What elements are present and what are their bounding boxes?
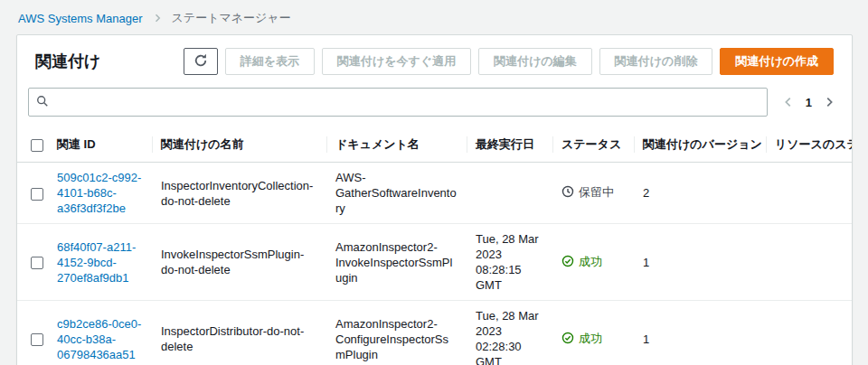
refresh-button[interactable] bbox=[184, 48, 218, 75]
edit-association-button[interactable]: 関連付けの編集 bbox=[478, 48, 592, 75]
search-icon bbox=[36, 95, 49, 110]
next-page-button[interactable] bbox=[821, 94, 837, 110]
document-name: AmazonInspector2-InvokeInspectorSsmPlugi… bbox=[326, 224, 467, 301]
status-badge: 成功 bbox=[561, 254, 602, 271]
create-association-button[interactable]: 関連付けの作成 bbox=[720, 48, 834, 75]
column-header-association-id: 関連 ID bbox=[48, 127, 152, 163]
search-box bbox=[28, 88, 768, 117]
last-execution-date: Tue, 28 Mar 2023 02:28:30 GMT bbox=[467, 301, 552, 365]
select-all-checkbox[interactable] bbox=[31, 139, 43, 152]
view-details-button[interactable]: 詳細を表示 bbox=[225, 48, 315, 75]
table-row: c9b2ce86-0ce0-40cc-b38a-06798436aa51 Ins… bbox=[17, 301, 852, 365]
association-name: InspectorInventoryCollection-do-not-dele… bbox=[152, 163, 326, 224]
association-id-link[interactable]: 68f40f07-a211-4152-9bcd-270ef8af9db1 bbox=[57, 240, 136, 285]
association-id-link[interactable]: 509c01c2-c992-4101-b68c-a36f3df3f2be bbox=[57, 171, 141, 215]
refresh-icon bbox=[193, 53, 208, 70]
breadcrumb-link-systems-manager[interactable]: AWS Systems Manager bbox=[18, 12, 143, 25]
last-execution-date: Tue, 28 Mar 2023 08:28:15 GMT bbox=[467, 224, 552, 301]
status-label: 成功 bbox=[579, 254, 602, 269]
associations-panel: 関連付け 詳細を表示 関連付けを今すぐ適用 関連付けの編集 関連付けの削除 関連… bbox=[16, 34, 853, 365]
pagination: 1 bbox=[780, 94, 839, 110]
row-checkbox[interactable] bbox=[31, 188, 43, 201]
column-header-resource-status: リソースのステータス bbox=[766, 127, 852, 163]
row-checkbox[interactable] bbox=[31, 333, 43, 346]
status-badge: 成功 bbox=[561, 331, 602, 348]
previous-page-button[interactable] bbox=[780, 94, 797, 110]
page-title: 関連付け bbox=[35, 51, 100, 72]
filter-row: 1 bbox=[17, 84, 852, 127]
table-row: 68f40f07-a211-4152-9bcd-270ef8af9db1 Inv… bbox=[17, 224, 852, 301]
association-id-link[interactable]: c9b2ce86-0ce0-40cc-b38a-06798436aa51 bbox=[57, 317, 141, 361]
column-header-status: ステータス bbox=[552, 127, 634, 163]
breadcrumb-current-page: ステートマネージャー bbox=[172, 10, 291, 26]
table-header-row: 関連 ID 関連付けの名前 ドキュメント名 最終実行日 ステータス 関連付けのバ… bbox=[17, 127, 852, 163]
row-checkbox[interactable] bbox=[31, 257, 43, 269]
resource-status bbox=[766, 224, 852, 301]
column-header-document-name: ドキュメント名 bbox=[326, 127, 467, 163]
breadcrumb: AWS Systems Manager ステートマネージャー bbox=[0, 0, 868, 34]
association-version: 1 bbox=[634, 224, 766, 301]
resource-status bbox=[766, 163, 852, 224]
association-version: 2 bbox=[634, 163, 766, 224]
column-header-association-name: 関連付けの名前 bbox=[152, 127, 326, 163]
resource-status bbox=[766, 301, 852, 365]
search-input[interactable] bbox=[54, 96, 760, 109]
association-name: InspectorDistributor-do-not-delete bbox=[152, 301, 326, 365]
chevron-right-icon bbox=[152, 13, 163, 23]
panel-header: 関連付け 詳細を表示 関連付けを今すぐ適用 関連付けの編集 関連付けの削除 関連… bbox=[17, 35, 852, 84]
associations-table: 関連 ID 関連付けの名前 ドキュメント名 最終実行日 ステータス 関連付けのバ… bbox=[17, 127, 852, 365]
status-badge: 保留中 bbox=[561, 184, 614, 201]
association-version: 1 bbox=[634, 301, 766, 365]
check-circle-icon bbox=[561, 255, 574, 271]
current-page-number[interactable]: 1 bbox=[806, 96, 812, 109]
association-name: InvokeInspectorSsmPlugin-do-not-delete bbox=[152, 224, 326, 301]
column-header-version: 関連付けのバージョン bbox=[634, 127, 766, 163]
delete-association-button[interactable]: 関連付けの削除 bbox=[599, 48, 713, 75]
last-execution-date bbox=[467, 163, 552, 224]
table-row: 509c01c2-c992-4101-b68c-a36f3df3f2be Ins… bbox=[17, 163, 852, 224]
column-header-last-execution: 最終実行日 bbox=[467, 127, 552, 163]
apply-association-now-button[interactable]: 関連付けを今すぐ適用 bbox=[322, 48, 471, 75]
document-name: AmazonInspector2-ConfigureInspectorSsmPl… bbox=[326, 301, 467, 365]
toolbar: 詳細を表示 関連付けを今すぐ適用 関連付けの編集 関連付けの削除 関連付けの作成 bbox=[184, 48, 834, 75]
clock-icon bbox=[561, 185, 574, 201]
associations-table-viewport: 関連 ID 関連付けの名前 ドキュメント名 最終実行日 ステータス 関連付けのバ… bbox=[17, 127, 852, 365]
check-circle-icon bbox=[561, 332, 574, 348]
document-name: AWS-GatherSoftwareInventory bbox=[326, 163, 467, 224]
status-label: 保留中 bbox=[579, 184, 614, 200]
status-label: 成功 bbox=[579, 331, 602, 346]
